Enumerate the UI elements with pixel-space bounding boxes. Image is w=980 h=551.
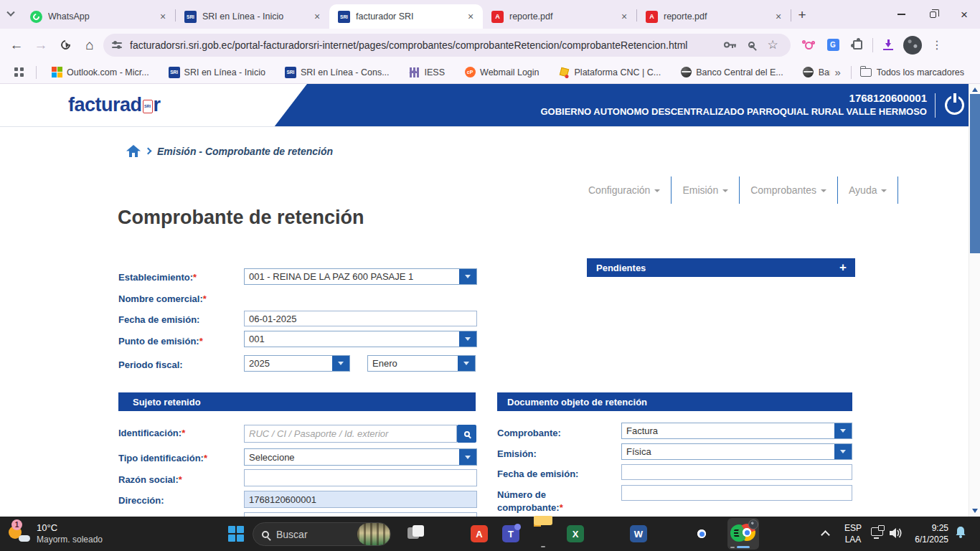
- teams-button[interactable]: [502, 525, 519, 542]
- tray-overflow-chevron[interactable]: [821, 530, 830, 540]
- documento-fecha-emision-field[interactable]: [621, 464, 852, 480]
- address-bar[interactable]: facturadorsri.sri.gob.ec/portal-facturad…: [103, 34, 791, 57]
- browser-menu-button[interactable]: [925, 33, 949, 57]
- firefox-button[interactable]: [661, 525, 679, 542]
- tipo-identificacion-label: Tipo identificación:*: [118, 453, 207, 463]
- chrome-button[interactable]: [693, 525, 710, 542]
- copilot-button[interactable]: [439, 525, 456, 542]
- dropdown-button[interactable]: [459, 331, 476, 347]
- bookmark-sri-consultas[interactable]: SRI en Línea - Cons...: [285, 67, 390, 78]
- scrollbar-thumb[interactable]: [970, 94, 980, 253]
- bookmark-cnc[interactable]: Plataforma CNC | C...: [559, 67, 661, 78]
- pdf-app-button[interactable]: [471, 525, 488, 542]
- bookmarks-divider: [851, 66, 852, 79]
- fecha-emision-field[interactable]: [244, 311, 477, 326]
- tab-reporte-pdf-2[interactable]: reporte.pdf: [637, 4, 791, 29]
- establecimiento-select[interactable]: 001 - REINA DE LA PAZ 600 PASAJE 1: [244, 268, 477, 285]
- tab-close-button[interactable]: [618, 10, 631, 23]
- extensions-button[interactable]: [845, 33, 870, 57]
- dropdown-button[interactable]: [459, 449, 476, 465]
- bookmark-outlook[interactable]: Outlook.com - Micr...: [51, 67, 149, 78]
- tab-close-button[interactable]: [772, 10, 785, 23]
- bookmarks-overflow-button[interactable]: »: [834, 66, 840, 78]
- dropdown-button[interactable]: [459, 269, 476, 284]
- window-minimize-button[interactable]: [885, 0, 917, 29]
- translate-button[interactable]: [821, 33, 845, 57]
- weather-widget[interactable]: 1 10°C Mayorm. soleado: [7, 521, 103, 545]
- tab-reporte-pdf-1[interactable]: reporte.pdf: [483, 4, 636, 29]
- profile-button[interactable]: [900, 33, 925, 57]
- apps-grid-icon[interactable]: [14, 67, 24, 77]
- direccion-field[interactable]: [244, 491, 477, 508]
- razon-social-field[interactable]: [244, 469, 477, 486]
- menu-emision[interactable]: Emisión: [672, 176, 739, 204]
- punto-emision-select[interactable]: 001: [244, 331, 477, 347]
- window-restore-button[interactable]: [917, 0, 948, 29]
- tab-whatsapp[interactable]: WhatsApp: [22, 4, 175, 29]
- menu-comprobantes[interactable]: Comprobantes: [740, 176, 837, 204]
- window-close-button[interactable]: [948, 0, 980, 29]
- comprobante-select[interactable]: Factura: [621, 423, 852, 439]
- page-scrollbar[interactable]: [969, 84, 980, 517]
- home-button[interactable]: [77, 33, 102, 57]
- bookmark-star-button[interactable]: [762, 34, 783, 56]
- tab-sri-inicio[interactable]: SRI en Línea - Inicio: [176, 4, 329, 29]
- active-app-group[interactable]: [727, 518, 759, 550]
- taskbar-clock[interactable]: 9:25 6/1/2025: [908, 522, 948, 545]
- password-key-button[interactable]: [719, 34, 740, 56]
- reload-button[interactable]: [53, 33, 77, 57]
- dropdown-button[interactable]: [834, 423, 852, 438]
- menu-configuracion[interactable]: Configuración: [578, 176, 671, 204]
- forward-button[interactable]: [29, 33, 53, 57]
- zoom-out-button[interactable]: [740, 34, 762, 56]
- periodo-year-select[interactable]: 2025: [244, 355, 350, 372]
- tab-close-button[interactable]: [156, 10, 169, 23]
- search-highlight-image[interactable]: [357, 523, 390, 545]
- excel-button[interactable]: [567, 525, 584, 542]
- notification-bell-icon[interactable]: [954, 526, 967, 539]
- keyboard-language[interactable]: ESP LAA: [841, 522, 865, 545]
- tab-close-button[interactable]: [464, 10, 477, 23]
- scroll-down-arrow[interactable]: [972, 509, 978, 513]
- tipo-identificacion-select[interactable]: Seleccione: [244, 448, 477, 466]
- file-explorer-button[interactable]: [534, 525, 551, 542]
- tab-close-button[interactable]: [311, 10, 324, 23]
- network-icon[interactable]: [871, 527, 883, 536]
- dropdown-button[interactable]: [458, 356, 475, 371]
- site-info-icon[interactable]: [112, 42, 122, 48]
- logout-power-button[interactable]: [945, 95, 964, 115]
- bookmark-banco-central-2[interactable]: Banco Central del E...: [803, 67, 831, 78]
- back-button[interactable]: [4, 33, 29, 57]
- downloads-button[interactable]: [876, 33, 900, 57]
- identificacion-search-button[interactable]: [457, 425, 476, 443]
- start-button[interactable]: [228, 526, 244, 542]
- menu-ayuda[interactable]: Ayuda: [838, 176, 897, 204]
- bookmark-sri-inicio[interactable]: SRI en Línea - Inicio: [169, 67, 265, 78]
- word-button[interactable]: [630, 525, 647, 542]
- dropdown-button[interactable]: [834, 444, 852, 459]
- dropdown-button[interactable]: [332, 356, 349, 371]
- bookmark-banco-central-1[interactable]: Banco Central del E...: [680, 67, 783, 78]
- new-tab-button[interactable]: +: [791, 5, 813, 25]
- taskbar-search[interactable]: Buscar: [253, 522, 391, 546]
- url-text[interactable]: facturadorsri.sri.gob.ec/portal-facturad…: [130, 39, 719, 51]
- edge-button[interactable]: [598, 525, 616, 542]
- emision-select[interactable]: Física: [621, 443, 852, 460]
- pendientes-expand-button[interactable]: +: [839, 260, 855, 275]
- task-view-button[interactable]: [407, 525, 425, 542]
- extension-sparkle-button[interactable]: [796, 33, 821, 57]
- bookmark-webmail[interactable]: Webmail Login: [464, 67, 539, 78]
- pendientes-panel-header[interactable]: Pendientes +: [587, 258, 855, 277]
- home-icon[interactable]: [126, 145, 141, 157]
- bookmark-iess[interactable]: IESS: [409, 67, 446, 78]
- numero-comprobante-field[interactable]: [621, 485, 852, 501]
- volume-icon[interactable]: [890, 527, 904, 539]
- identificacion-field[interactable]: [244, 425, 457, 443]
- tab-search-button[interactable]: [0, 0, 22, 29]
- periodo-month-select[interactable]: Enero: [367, 355, 476, 372]
- tab-title: WhatsApp: [48, 11, 151, 22]
- all-bookmarks-button[interactable]: Todos los marcadores: [860, 67, 964, 77]
- tab-facturador-sri-active[interactable]: facturador SRI: [329, 4, 483, 29]
- restore-icon: [930, 11, 936, 18]
- scroll-up-arrow[interactable]: [972, 88, 978, 92]
